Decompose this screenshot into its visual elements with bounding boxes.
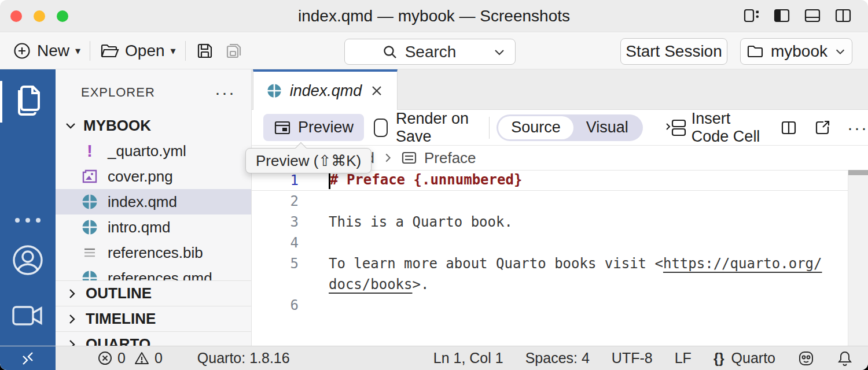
breadcrumb-section[interactable]: Preface	[424, 149, 476, 167]
visual-mode-label: Visual	[586, 119, 628, 136]
workspace-button[interactable]: mybook	[740, 38, 852, 65]
visual-mode-button[interactable]: Visual	[573, 116, 641, 139]
encoding-status[interactable]: UTF-8	[612, 350, 653, 367]
tab-label: index.qmd	[290, 82, 362, 100]
yaml-exclamation-icon: !	[81, 142, 98, 160]
start-session-button[interactable]: Start Session	[620, 38, 727, 65]
warnings-status[interactable]: 0	[134, 350, 163, 367]
workspace-root-label: MYBOOK	[83, 117, 151, 135]
section-label: TIMELINE	[86, 310, 156, 328]
preview-button[interactable]: Preview	[263, 114, 364, 141]
section-label: OUTLINE	[86, 284, 152, 302]
file-item-cover-png[interactable]: cover.png	[56, 164, 252, 189]
toolbar-divider	[90, 41, 90, 61]
titlebar: index.qmd — mybook — Screenshots	[0, 0, 868, 32]
save-all-icon	[224, 41, 244, 61]
braces-icon: {}	[713, 350, 724, 367]
code-text: >.	[413, 276, 429, 293]
code-link[interactable]: https://quarto.org/	[663, 256, 822, 272]
editor-toolbar-divider	[489, 117, 490, 139]
file-item-intro-qmd[interactable]: intro.qmd	[56, 214, 252, 240]
open-button[interactable]: Open ▾	[100, 41, 176, 61]
more-actions-icon[interactable]: ···	[847, 118, 868, 138]
errors-count: 0	[117, 350, 126, 367]
error-icon	[97, 350, 113, 366]
quarto-icon	[267, 83, 282, 98]
split-editor-icon[interactable]	[780, 119, 797, 136]
open-button-label: Open	[125, 42, 165, 60]
eol-status[interactable]: LF	[675, 350, 692, 367]
section-quarto[interactable]: QUARTO	[56, 331, 252, 346]
chevron-right-icon	[65, 312, 79, 326]
warnings-count: 0	[155, 350, 163, 367]
tab-strip: index.qmd	[252, 69, 868, 110]
scrollbar[interactable]	[848, 170, 868, 346]
code-line: 2	[252, 191, 868, 212]
status-bar: 0 0 Quarto: 1.8.16 Ln 1, Col 1 Spaces: 4…	[0, 346, 868, 370]
remote-indicator[interactable]	[0, 346, 56, 370]
chevron-down-icon	[493, 46, 506, 58]
chevron-right-icon	[381, 151, 394, 164]
section-outline[interactable]: OUTLINE	[56, 280, 252, 306]
file-name: intro.qmd	[108, 219, 170, 236]
close-tab-icon[interactable]	[370, 84, 384, 98]
quarto-icon	[81, 269, 98, 280]
line-number: 6	[252, 297, 299, 313]
customize-layout-icon[interactable]	[742, 7, 760, 24]
quarto-icon	[81, 193, 98, 210]
chevron-down-icon	[64, 119, 78, 132]
search-label: Search	[405, 43, 457, 61]
account-icon[interactable]	[0, 243, 56, 278]
toggle-panel-icon[interactable]	[804, 7, 821, 24]
line-number: 4	[252, 235, 299, 251]
new-button[interactable]: New ▾	[13, 42, 80, 60]
tooltip-label: Preview (⇧⌘K)	[256, 152, 361, 170]
explorer-view-icon[interactable]	[0, 82, 56, 120]
code-heading: # Preface {.unnumbered}	[330, 172, 522, 188]
activity-bar	[0, 69, 56, 346]
insert-code-cell-button[interactable]: Insert Code Cell	[665, 110, 764, 146]
file-item-references-qmd[interactable]: references.qmd	[56, 265, 252, 280]
quarto-icon	[81, 219, 98, 236]
more-views-icon[interactable]	[0, 214, 56, 227]
file-name: references.qmd	[108, 269, 212, 281]
workspace-root-item[interactable]: MYBOOK	[56, 113, 252, 138]
start-session-label: Start Session	[626, 42, 722, 61]
file-item-references-bib[interactable]: references.bib	[56, 240, 252, 265]
line-col-status[interactable]: Ln 1, Col 1	[433, 350, 503, 367]
section-timeline[interactable]: TIMELINE	[56, 306, 252, 331]
circle-plus-icon	[13, 42, 31, 60]
toggle-primary-sidebar-icon[interactable]	[773, 7, 790, 24]
folder-icon	[746, 43, 764, 60]
source-visual-toggle: Source Visual	[496, 114, 643, 141]
open-in-new-window-icon[interactable]	[814, 119, 831, 136]
chevron-right-icon	[65, 338, 79, 346]
language-mode-status[interactable]: {} Quarto	[713, 350, 775, 367]
scrollbar-thumb[interactable]	[848, 170, 868, 175]
notifications-bell-icon[interactable]	[837, 350, 853, 367]
caret-down-icon: ▾	[75, 45, 80, 57]
code-editor[interactable]: 1 # Preface {.unnumbered} 2 3 This is a …	[252, 170, 868, 346]
warning-icon	[134, 350, 150, 367]
file-name: references.bib	[108, 244, 203, 262]
code-line: 3 This is a Quarto book.	[252, 212, 868, 232]
toggle-secondary-sidebar-icon[interactable]	[834, 7, 852, 24]
indentation-status[interactable]: Spaces: 4	[525, 350, 590, 367]
feedback-smiley-icon[interactable]	[797, 350, 815, 367]
render-on-save-label: Render on Save	[396, 110, 476, 146]
code-link[interactable]: docs/books	[329, 276, 413, 293]
save-icon[interactable]	[195, 41, 215, 61]
file-item-index-qmd[interactable]: index.qmd	[56, 189, 252, 214]
quarto-version-status[interactable]: Quarto: 1.8.16	[197, 350, 290, 367]
more-actions-icon[interactable]: ···	[215, 90, 236, 95]
tab-index-qmd[interactable]: index.qmd	[253, 69, 398, 110]
file-item-quarto-yml[interactable]: ! _quarto.yml	[56, 138, 252, 164]
render-on-save-checkbox[interactable]	[374, 119, 388, 137]
source-mode-button[interactable]: Source	[498, 116, 573, 139]
app-window: index.qmd — mybook — Screenshots	[0, 0, 868, 370]
bib-lines-icon	[81, 244, 98, 261]
symbol-section-icon	[401, 150, 417, 166]
video-camera-icon[interactable]	[0, 304, 56, 328]
errors-status[interactable]: 0	[97, 350, 126, 367]
search-input[interactable]: Search	[344, 39, 516, 65]
